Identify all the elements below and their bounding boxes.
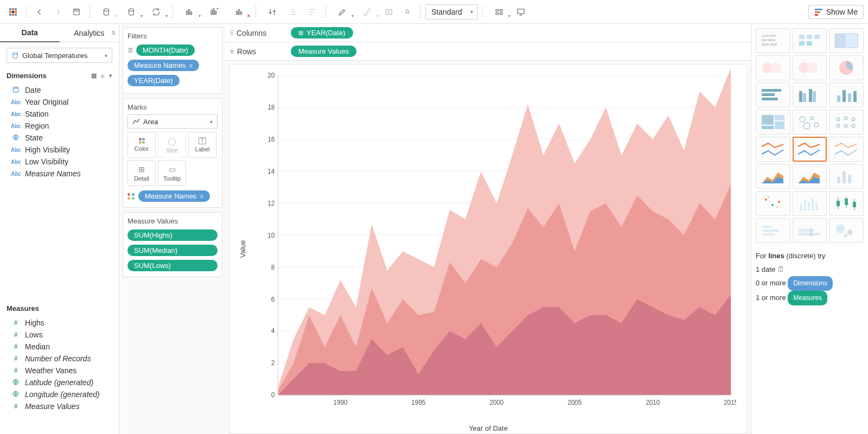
svg-text:2010: 2010 (646, 399, 660, 406)
marks-color-pill[interactable]: Measure Names≡ (138, 190, 210, 202)
tab-analytics[interactable]: Analytics⇅ (60, 24, 119, 42)
field-type-icon: Abc (11, 123, 21, 129)
columns-shelf[interactable]: ⦙⦙⦙Columns ⊞YEAR(Date) (226, 24, 751, 42)
showme-thumb[interactable] (756, 137, 790, 162)
showme-thumb[interactable] (829, 28, 864, 53)
dimension-field[interactable]: Date (0, 84, 119, 96)
marks-card: Marks Area Color ◯Size TLabel ⊞Detail ▭T… (123, 98, 222, 208)
columns-pill[interactable]: ⊞YEAR(Date) (291, 27, 353, 39)
undo-button[interactable] (31, 3, 48, 21)
dimension-field[interactable]: AbcMeasure Names (0, 168, 119, 180)
new-datasource-button[interactable]: + (94, 3, 118, 21)
datasource-selector[interactable]: Global Temperatures (7, 48, 112, 63)
measure-field[interactable]: #Weather Vanes (0, 365, 119, 376)
search-icon[interactable]: ⌕ (101, 72, 105, 79)
rows-shelf[interactable]: ≡Rows Measure Values (226, 42, 751, 61)
measure-field[interactable]: #Median (0, 341, 119, 353)
showme-thumb[interactable] (793, 110, 827, 135)
presentation-button[interactable] (512, 3, 529, 21)
measure-value-pill[interactable]: SUM(Lows) (127, 260, 218, 271)
showme-thumb[interactable] (756, 218, 790, 243)
svg-rect-98 (837, 177, 840, 183)
svg-rect-16 (496, 12, 499, 14)
measure-field[interactable]: #Number of Records (0, 353, 119, 365)
show-cards-button[interactable]: ▾ (487, 3, 511, 21)
svg-text:2000: 2000 (489, 399, 504, 406)
showme-thumb[interactable] (829, 164, 864, 189)
field-label: Lows (25, 330, 43, 339)
view-icon[interactable]: ▦ (91, 72, 97, 79)
duplicate-sheet-button[interactable] (202, 3, 226, 21)
measure-field[interactable]: Latitude (generated) (0, 376, 119, 388)
dimension-field[interactable]: AbcHigh Visibility (0, 144, 119, 156)
highlight-button[interactable]: ▾ (330, 3, 354, 21)
showme-thumb[interactable] (793, 191, 827, 216)
showme-thumb[interactable] (756, 82, 790, 107)
save-button[interactable] (68, 3, 85, 21)
rows-pill[interactable]: Measure Values (291, 46, 356, 57)
menu-icon[interactable]: ▾ (109, 72, 112, 79)
filter-pill[interactable]: YEAR(Date) (127, 75, 180, 86)
svg-text:4: 4 (271, 327, 275, 335)
svg-rect-75 (762, 98, 778, 100)
showme-thumb[interactable] (829, 82, 864, 107)
marks-detail-button[interactable]: ⊞Detail (127, 160, 156, 186)
measures-header: Measures (0, 301, 119, 316)
svg-rect-77 (803, 93, 806, 102)
showme-thumb[interactable] (793, 137, 827, 162)
showme-thumb[interactable] (793, 82, 827, 107)
pause-data-button[interactable]: ▾ (119, 3, 143, 21)
dimension-field[interactable]: AbcLow Visibility (0, 156, 119, 168)
marks-color-button[interactable]: Color (127, 132, 156, 158)
measure-field[interactable]: #Highs (0, 317, 119, 329)
svg-rect-108 (808, 202, 810, 210)
showme-thumb[interactable] (793, 28, 827, 53)
labels-button[interactable]: T (380, 3, 398, 21)
show-me-button[interactable]: Show Me (808, 5, 864, 19)
group-button[interactable]: ▾ (355, 3, 379, 21)
marks-tooltip-button[interactable]: ▭Tooltip (158, 160, 186, 186)
redo-button[interactable] (49, 3, 67, 21)
showme-thumb[interactable] (793, 218, 827, 243)
marks-type-selector[interactable]: Area (127, 114, 218, 129)
svg-text:2: 2 (271, 359, 275, 367)
showme-thumb[interactable] (829, 137, 864, 162)
sort-asc-button[interactable] (285, 3, 303, 21)
showme-thumb[interactable] (756, 55, 790, 80)
showme-thumb[interactable] (756, 164, 790, 189)
showme-thumb[interactable] (756, 110, 790, 135)
fit-selector[interactable]: Standard (425, 4, 478, 20)
tab-data[interactable]: Data (0, 24, 60, 42)
showme-thumb[interactable]: ++ (756, 191, 790, 216)
showme-thumb[interactable] (829, 110, 864, 135)
clear-sheet-button[interactable]: ✕ (227, 3, 251, 21)
showme-thumb[interactable]: 1234 678368 30542620 2599 (756, 28, 790, 53)
showme-thumb[interactable] (793, 55, 827, 80)
new-worksheet-button[interactable]: ▾ (177, 3, 201, 21)
measure-value-pill[interactable]: SUM(Median) (127, 245, 218, 256)
dimension-field[interactable]: State (0, 132, 119, 144)
showme-thumb[interactable] (793, 164, 827, 189)
measure-value-pill[interactable]: SUM(Highs) (127, 229, 218, 241)
field-label: Weather Vanes (25, 366, 76, 375)
measure-field[interactable]: #Measure Values (0, 400, 119, 412)
showme-thumb[interactable] (829, 55, 864, 80)
marks-size-button[interactable]: ◯Size (158, 132, 186, 158)
chart[interactable]: Value Year of Date 024681012141618201990… (229, 64, 748, 434)
marks-label-button[interactable]: TLabel (188, 132, 216, 158)
measure-field[interactable]: #Lows (0, 329, 119, 341)
field-type-icon (11, 86, 21, 94)
swap-button[interactable] (260, 3, 284, 21)
filter-pill[interactable]: Measure Names≡ (127, 60, 199, 71)
svg-rect-5 (189, 9, 190, 14)
showme-thumb[interactable] (829, 191, 864, 216)
dimension-field[interactable]: AbcStation (0, 108, 119, 120)
dimension-field[interactable]: AbcRegion (0, 120, 119, 132)
measure-field[interactable]: Longitude (generated) (0, 388, 119, 400)
filter-pill[interactable]: MONTH(Date) (136, 44, 195, 56)
sort-desc-button[interactable] (304, 3, 321, 21)
pin-button[interactable] (399, 3, 416, 21)
refresh-button[interactable]: ▾ (144, 3, 168, 21)
dimension-field[interactable]: AbcYear Original (0, 96, 119, 108)
showme-thumb[interactable] (829, 218, 864, 243)
